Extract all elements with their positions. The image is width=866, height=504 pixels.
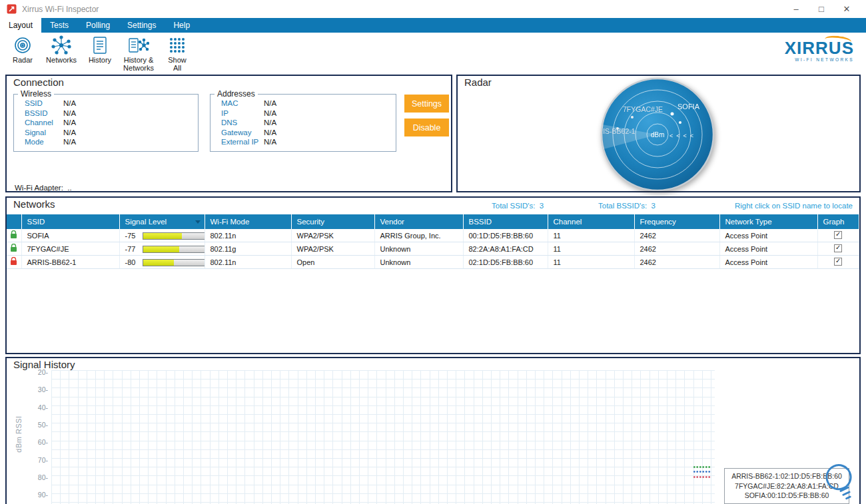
field-ip: IPN/A	[211, 109, 396, 119]
window-controls: – □ ✕	[783, 4, 859, 14]
cell-bssid: 82:2A:A8:A1:FA:CD	[463, 242, 548, 256]
titlebar: Xirrus Wi-Fi Inspector – □ ✕	[0, 0, 866, 18]
table-row[interactable]: SOFIA -75 802.11n WPA2/PSK ARRIS Group, …	[7, 229, 859, 242]
cell-wifi-mode: 802.11n	[205, 256, 291, 269]
header-network-type[interactable]: Network Type	[719, 214, 817, 229]
cell-network-type: Access Point	[719, 256, 817, 269]
total-ssids: Total SSID's: 3	[492, 202, 544, 210]
locate-hint: Right click on SSID name to locate	[735, 202, 853, 210]
cell-signal: -75	[119, 229, 205, 242]
menubar: Layout Tests Polling Settings Help	[0, 18, 866, 33]
minimize-button[interactable]: –	[783, 4, 809, 14]
radar-arrows: <<<<	[669, 132, 697, 139]
signal-bar-fill	[143, 233, 183, 239]
signal-bar-fill	[143, 260, 174, 266]
disable-button[interactable]: Disable	[404, 119, 449, 136]
lock-icon	[10, 230, 17, 239]
header-ssid[interactable]: SSID	[21, 214, 119, 229]
wifi-adapter-line: Wi-Fi Adapter: ..	[15, 184, 72, 192]
radar-icon	[13, 35, 33, 56]
cell-signal: -77	[119, 242, 205, 256]
cell-signal: -80	[119, 256, 205, 269]
header-graph[interactable]: Graph	[817, 214, 859, 229]
field-mac: MACN/A	[211, 99, 396, 109]
wireless-group: Wireless SSIDN/A BSSIDN/A ChannelN/A Sig…	[13, 89, 199, 152]
radar-view-button[interactable]: Radar	[4, 35, 41, 74]
lock-open-icon	[10, 257, 17, 266]
cell-channel: 11	[548, 229, 634, 242]
field-bssid: BSSIDN/A	[14, 109, 198, 119]
tool-label: History & Networks	[120, 56, 157, 72]
tool-label: Networks	[46, 56, 77, 64]
cell-frequency: 2462	[634, 229, 719, 242]
graph-checkbox[interactable]	[834, 231, 842, 239]
history-view-button[interactable]: History	[81, 35, 119, 74]
settings-button[interactable]: Settings	[404, 95, 449, 113]
xirrus-logo: XIRRUS WI-FI NETWORKS	[781, 39, 854, 62]
series-dots-sofia	[693, 466, 711, 468]
radar-panel: Radar SOFIA 7FYGAC#JE ARRIS-BB62-1 dBm	[456, 75, 861, 192]
signal-bar	[143, 246, 205, 253]
tab-tests[interactable]: Tests	[41, 18, 77, 33]
close-button[interactable]: ✕	[834, 4, 859, 14]
cell-wifi-mode: 802.11n	[205, 229, 291, 242]
graph-checkbox[interactable]	[834, 244, 842, 252]
cell-channel: 11	[548, 242, 634, 256]
cell-frequency: 2462	[634, 256, 719, 269]
y-tick: 20	[38, 368, 48, 376]
y-tick: 60	[38, 438, 48, 446]
lock-icon	[10, 244, 17, 252]
tab-help[interactable]: Help	[165, 18, 199, 33]
y-tick: 50	[38, 421, 48, 429]
table-header-row: SSID Signal Level Wi-Fi Mode Security Ve…	[7, 214, 859, 229]
table-row[interactable]: 7FYGAC#JE -77 802.11g WPA2/PSK Unknown 8…	[7, 242, 859, 256]
networks-view-button[interactable]: Networks	[43, 35, 80, 74]
header-vendor[interactable]: Vendor	[374, 214, 463, 229]
table-row[interactable]: ARRIS-BB62-1 -80 802.11n Open Unknown 02…	[7, 256, 859, 269]
networks-title: Networks	[13, 198, 55, 210]
y-tick: 70	[38, 456, 48, 464]
field-dns: DNSN/A	[211, 118, 396, 128]
cell-channel: 11	[548, 256, 634, 269]
field-channel: ChannelN/A	[14, 118, 198, 128]
header-bssid[interactable]: BSSID	[463, 214, 548, 229]
radar-center-label: dBm	[651, 131, 665, 138]
connection-title: Connection	[13, 77, 64, 88]
header-channel[interactable]: Channel	[548, 214, 634, 229]
cell-security: Open	[291, 256, 374, 269]
graph-checkbox[interactable]	[834, 258, 842, 266]
tool-label: History	[89, 56, 111, 64]
header-frequency[interactable]: Frequency	[634, 214, 719, 229]
header-wifi-mode[interactable]: Wi-Fi Mode	[205, 214, 291, 229]
show-all-button[interactable]: Show All	[159, 35, 196, 74]
y-tick: 40	[38, 403, 48, 411]
history-networks-view-button[interactable]: History & Networks	[120, 35, 157, 74]
tool-label: Show All	[165, 56, 189, 72]
radar-dot	[679, 121, 681, 124]
cell-ssid: ARRIS-BB62-1	[21, 256, 119, 269]
cell-vendor: Unknown	[374, 242, 463, 256]
window-title: Xirrus Wi-Fi Inspector	[22, 5, 99, 14]
cell-wifi-mode: 802.11g	[205, 242, 291, 256]
maximize-button[interactable]: □	[809, 4, 834, 14]
addresses-group-title: Addresses	[215, 89, 258, 99]
cell-vendor: ARRIS Group, Inc.	[374, 229, 463, 242]
logo-tagline: WI-FI NETWORKS	[781, 57, 854, 62]
cell-vendor: Unknown	[374, 256, 463, 269]
series-dots-arris	[693, 476, 711, 478]
history-icon	[91, 35, 109, 56]
cell-frequency: 2462	[634, 242, 719, 256]
tab-layout[interactable]: Layout	[0, 18, 41, 33]
y-tick: 80	[38, 473, 48, 481]
tab-settings[interactable]: Settings	[119, 18, 165, 33]
y-axis-label: dBm RSSI	[15, 407, 23, 461]
cell-security: WPA2/PSK	[291, 229, 374, 242]
app-window: Xirrus Wi-Fi Inspector – □ ✕ Layout Test…	[0, 0, 866, 504]
signal-bar	[143, 259, 205, 266]
header-security[interactable]: Security	[291, 214, 374, 229]
cell-ssid: 7FYGAC#JE	[21, 242, 119, 256]
wifi-adapter-value: ..	[67, 184, 71, 192]
tab-polling[interactable]: Polling	[77, 18, 119, 33]
header-signal-level[interactable]: Signal Level	[119, 214, 205, 229]
signal-history-panel: Signal History dBm RSSI 20 30 40 50 60 7…	[5, 357, 861, 504]
